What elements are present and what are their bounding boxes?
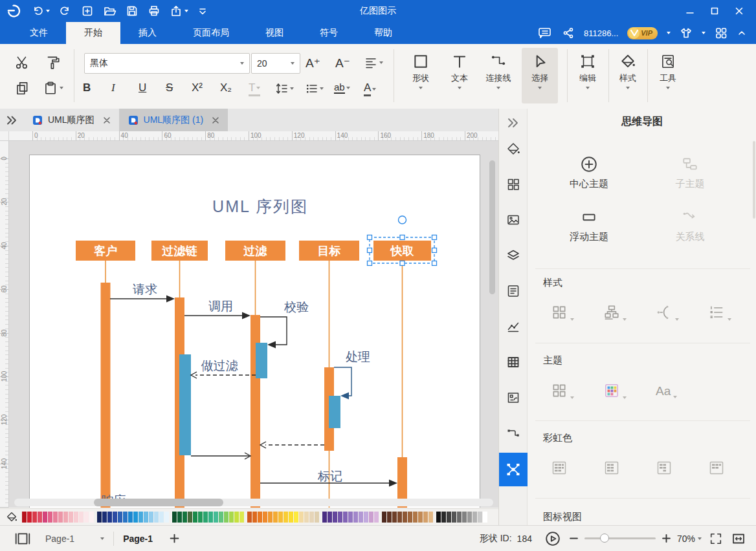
cut-button[interactable] <box>14 54 30 70</box>
color-swatch[interactable] <box>418 512 423 523</box>
save-button[interactable] <box>126 5 139 17</box>
color-swatch[interactable] <box>203 512 208 523</box>
self-message-line[interactable] <box>334 367 351 396</box>
color-swatch[interactable] <box>247 512 252 523</box>
shape-tool-button[interactable]: 形状 <box>403 48 439 103</box>
color-swatch[interactable] <box>53 512 58 523</box>
nested-activation-bar[interactable] <box>256 343 267 378</box>
rainbow-option-2[interactable] <box>603 460 620 476</box>
selection-handle[interactable] <box>432 235 437 240</box>
color-swatch[interactable] <box>107 512 112 523</box>
color-swatch[interactable] <box>84 512 89 523</box>
symbol-library-icon[interactable] <box>499 170 528 199</box>
document-tab-2[interactable]: UML顺序图 (1) <box>119 109 228 131</box>
color-swatch[interactable] <box>478 512 482 523</box>
color-swatch[interactable] <box>289 512 293 523</box>
color-swatch[interactable] <box>278 512 283 523</box>
color-swatch[interactable] <box>208 512 213 523</box>
selection-handle[interactable] <box>368 261 372 266</box>
color-swatch[interactable] <box>258 512 262 523</box>
selection-handle[interactable] <box>368 235 372 240</box>
selection-handle[interactable] <box>400 261 405 266</box>
image-icon[interactable] <box>499 206 528 234</box>
color-swatch[interactable] <box>374 512 379 523</box>
fill-style-icon[interactable] <box>499 135 528 163</box>
color-swatch[interactable] <box>441 512 446 523</box>
color-swatch[interactable] <box>193 512 197 523</box>
selection-handle[interactable] <box>432 261 437 266</box>
color-swatch[interactable] <box>462 512 467 523</box>
color-swatch[interactable] <box>123 512 128 523</box>
color-swatch[interactable] <box>113 512 117 523</box>
rainbow-option-1[interactable] <box>551 460 568 476</box>
actor-box[interactable]: 过滤链 <box>151 241 208 261</box>
message-label[interactable]: 校验 <box>284 300 309 314</box>
theme-layout-button[interactable] <box>551 382 574 399</box>
color-swatch[interactable] <box>239 512 244 523</box>
color-swatch[interactable] <box>183 512 187 523</box>
copy-button[interactable] <box>14 80 30 96</box>
connector-tool-button[interactable]: 连接线 <box>480 48 517 103</box>
color-swatch[interactable] <box>69 512 73 523</box>
increase-font-button[interactable]: A⁺ <box>306 56 320 70</box>
canvas-area[interactable]: UML 序列图 请求 调用 <box>9 141 498 508</box>
bold-button[interactable]: B <box>83 81 91 94</box>
selection-handle[interactable] <box>368 248 372 253</box>
color-swatch[interactable] <box>359 512 363 523</box>
nested-activation-bar[interactable] <box>329 396 340 428</box>
drawing-page[interactable]: UML 序列图 请求 调用 <box>30 155 480 508</box>
close-button[interactable] <box>735 7 743 15</box>
line-spacing-button[interactable] <box>274 81 294 96</box>
color-swatch[interactable] <box>214 512 218 523</box>
clipart-icon[interactable] <box>499 384 528 412</box>
color-swatch[interactable] <box>343 512 348 523</box>
document-tab-1[interactable]: UML顺序图 <box>23 109 119 131</box>
color-swatch[interactable] <box>413 512 417 523</box>
color-swatch[interactable] <box>447 512 451 523</box>
color-swatch[interactable] <box>172 512 177 523</box>
color-swatch[interactable] <box>224 512 228 523</box>
color-swatch[interactable] <box>382 512 386 523</box>
collapse-sidebar-button[interactable] <box>499 109 528 137</box>
select-tool-button[interactable]: 选择 <box>522 48 558 103</box>
page-panel-icon[interactable] <box>14 531 31 546</box>
color-swatch[interactable] <box>118 512 122 523</box>
message-label[interactable]: 调用 <box>208 299 233 313</box>
sub-topic-button[interactable]: 子主题 <box>641 155 739 190</box>
align-button[interactable] <box>364 56 383 70</box>
color-swatch[interactable] <box>89 512 94 523</box>
theme-caret-icon[interactable] <box>702 32 706 34</box>
menu-tab-insert[interactable]: 插入 <box>120 22 175 44</box>
underline-button[interactable]: U <box>139 81 146 94</box>
undo-button[interactable] <box>31 5 50 17</box>
color-swatch[interactable] <box>328 512 332 523</box>
color-swatch[interactable] <box>97 512 102 523</box>
relationship-line-button[interactable]: 关系线 <box>641 208 739 243</box>
color-swatch[interactable] <box>159 512 164 523</box>
selection-handle[interactable] <box>400 235 405 240</box>
color-swatch[interactable] <box>198 512 203 523</box>
redo-button[interactable] <box>59 5 72 17</box>
color-swatch[interactable] <box>364 512 368 523</box>
color-swatch[interactable] <box>74 512 78 523</box>
color-swatch[interactable] <box>48 512 52 523</box>
page-select[interactable]: Page-1 <box>45 534 104 544</box>
italic-button[interactable]: I <box>111 81 115 94</box>
color-swatch[interactable] <box>333 512 337 523</box>
floating-topic-button[interactable]: 浮动主题 <box>540 208 638 243</box>
color-swatch[interactable] <box>63 512 68 523</box>
actor-box[interactable]: 过滤 <box>225 241 285 261</box>
menu-tab-help[interactable]: 帮助 <box>356 22 410 44</box>
color-swatch[interactable] <box>27 512 32 523</box>
color-swatch[interactable] <box>299 512 304 523</box>
print-button[interactable] <box>148 5 161 17</box>
color-swatch[interactable] <box>338 512 342 523</box>
presentation-play-button[interactable] <box>545 531 561 546</box>
collapse-ribbon-icon[interactable] <box>737 28 747 38</box>
connector-panel-icon[interactable] <box>499 419 528 448</box>
color-swatch[interactable] <box>164 512 169 523</box>
menu-tab-symbols[interactable]: 符号 <box>302 22 356 44</box>
activation-bar[interactable] <box>101 283 111 508</box>
apps-grid-icon[interactable] <box>715 27 728 39</box>
decrease-font-button[interactable]: A⁻ <box>335 56 350 70</box>
